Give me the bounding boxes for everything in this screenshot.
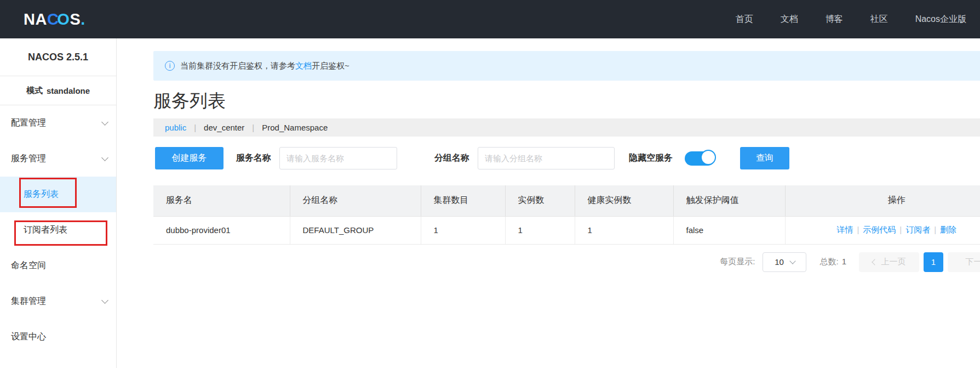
sidebar-item-label: 服务列表 — [24, 189, 59, 200]
logo-o: O — [57, 10, 70, 29]
table-column-header: 健康实例数 — [575, 185, 673, 216]
table-column-header: 实例数 — [505, 185, 575, 216]
total-value: 1 — [842, 257, 846, 266]
sidebar-item-label: 设置中心 — [11, 331, 46, 343]
table-cell: dubbo-provider01 — [153, 216, 290, 244]
row-action-link[interactable]: 详情 — [836, 225, 853, 234]
action-separator: | — [934, 225, 936, 234]
hide-empty-service-label: 隐藏空服务 — [629, 152, 673, 164]
topnav-links: 首页文档博客社区Nacos企业版 — [736, 14, 966, 25]
chevron-down-icon — [101, 118, 108, 126]
group-name-label: 分组名称 — [434, 152, 469, 164]
row-action-link[interactable]: 订阅者 — [906, 225, 930, 234]
table-column-header: 分组名称 — [290, 185, 421, 216]
sidebar-item-label: 配置管理 — [11, 117, 46, 129]
sidebar-menu: 配置管理服务管理服务列表订阅者列表命名空间集群管理设置中心 — [0, 105, 116, 355]
info-icon — [165, 61, 175, 71]
sidebar-item-label: 订阅者列表 — [24, 224, 67, 236]
sidebar-item[interactable]: 订阅者列表 — [0, 212, 116, 248]
table-cell: DEFAULT_GROUP — [290, 216, 421, 244]
sidebar-item[interactable]: 集群管理 — [0, 284, 116, 319]
auth-warning-banner: 当前集群没有开启鉴权，请参考文档开启鉴权~ — [153, 51, 980, 81]
page-size-value: 10 — [775, 257, 784, 267]
logo-s: S — [70, 10, 81, 29]
table-header-row: 服务名分组名称集群数目实例数健康实例数触发保护阈值操作 — [153, 185, 980, 216]
table-cell: false — [673, 216, 785, 244]
table-row: dubbo-provider01DEFAULT_GROUP111false详情|… — [153, 216, 980, 244]
service-name-label: 服务名称 — [236, 152, 271, 164]
chevron-down-icon — [101, 154, 108, 161]
mode-label: 模式 — [26, 86, 43, 96]
nacos-logo: NACOS. — [24, 10, 85, 29]
chevron-down-icon — [789, 258, 795, 264]
sidebar-item[interactable]: 服务管理 — [0, 141, 116, 177]
sidebar-item[interactable]: 设置中心 — [0, 319, 116, 355]
topnav-link[interactable]: 文档 — [781, 14, 798, 25]
chevron-down-icon — [101, 297, 108, 304]
topnav-link[interactable]: 社区 — [870, 14, 888, 25]
pagination: 每页显示: 10 总数:1 上一页 1 下一页 — [153, 252, 980, 272]
next-page-button[interactable]: 下一页 — [948, 252, 980, 272]
sidebar-version: NACOS 2.5.1 — [0, 38, 116, 76]
namespace-tab[interactable]: Prod_Namespace — [262, 123, 328, 132]
banner-doc-link[interactable]: 文档 — [295, 61, 312, 71]
namespace-tab[interactable]: public — [165, 123, 186, 132]
topnav-link[interactable]: 首页 — [736, 14, 753, 25]
page-title: 服务列表 — [153, 89, 980, 112]
group-name-input[interactable] — [478, 147, 615, 169]
page-1-button[interactable]: 1 — [924, 252, 943, 272]
namespace-separator: | — [252, 123, 254, 132]
total-count: 总数:1 — [819, 257, 846, 267]
sidebar-item[interactable]: 配置管理 — [0, 105, 116, 141]
action-separator: | — [899, 225, 902, 234]
namespace-separator: | — [194, 123, 196, 132]
table-cell: 1 — [421, 216, 505, 244]
page-size-select[interactable]: 10 — [763, 252, 806, 272]
sidebar-item-label: 集群管理 — [11, 296, 46, 307]
topnav-link[interactable]: Nacos企业版 — [915, 14, 966, 25]
total-label: 总数: — [819, 257, 838, 266]
row-action-link[interactable]: 示例代码 — [863, 225, 896, 234]
topnav-link[interactable]: 博客 — [826, 14, 843, 25]
next-page-label: 下一页 — [966, 257, 980, 267]
create-service-button[interactable]: 创建服务 — [155, 147, 223, 169]
search-button[interactable]: 查询 — [740, 147, 789, 169]
action-separator: | — [857, 225, 859, 234]
table-column-header: 操作 — [785, 185, 980, 216]
sidebar: NACOS 2.5.1 模式 standalone 配置管理服务管理服务列表订阅… — [0, 38, 117, 368]
table-actions-cell: 详情|示例代码|订阅者|删除 — [785, 216, 980, 244]
row-action-link[interactable]: 删除 — [940, 225, 956, 234]
service-table: 服务名分组名称集群数目实例数健康实例数触发保护阈值操作 dubbo-provid… — [153, 185, 980, 245]
toggle-knob — [701, 150, 716, 165]
main-content: 当前集群没有开启鉴权，请参考文档开启鉴权~ 服务列表 public|dev_ce… — [117, 38, 980, 368]
table-column-header: 服务名 — [153, 185, 290, 216]
table-column-header: 集群数目 — [421, 185, 505, 216]
table-column-header: 触发保护阈值 — [673, 185, 785, 216]
mode-value: standalone — [47, 86, 90, 95]
banner-text-before: 当前集群没有开启鉴权，请参考 — [180, 61, 295, 71]
namespace-tab[interactable]: dev_center — [204, 123, 244, 132]
table-cell: 1 — [505, 216, 575, 244]
chevron-left-icon — [872, 259, 878, 265]
prev-page-label: 上一页 — [881, 257, 906, 267]
page-size-label: 每页显示: — [720, 257, 755, 267]
sidebar-item[interactable]: 命名空间 — [0, 248, 116, 284]
hide-empty-service-toggle[interactable] — [685, 151, 715, 166]
toolbar: 创建服务 服务名称 分组名称 隐藏空服务 查询 — [153, 147, 980, 169]
banner-text-after: 开启鉴权~ — [312, 61, 349, 71]
prev-page-button[interactable]: 上一页 — [859, 252, 919, 272]
sidebar-item[interactable]: 服务列表 — [0, 177, 116, 212]
sidebar-item-label: 命名空间 — [11, 260, 46, 271]
top-navbar: NACOS. 首页文档博客社区Nacos企业版 — [0, 0, 980, 38]
service-name-input[interactable] — [279, 147, 397, 169]
logo-dot: . — [81, 10, 85, 29]
sidebar-mode: 模式 standalone — [0, 76, 116, 105]
sidebar-item-label: 服务管理 — [11, 153, 46, 165]
namespace-bar: public|dev_center|Prod_Namespace — [153, 118, 980, 137]
logo-text: NA — [24, 10, 47, 29]
table-cell: 1 — [575, 216, 673, 244]
